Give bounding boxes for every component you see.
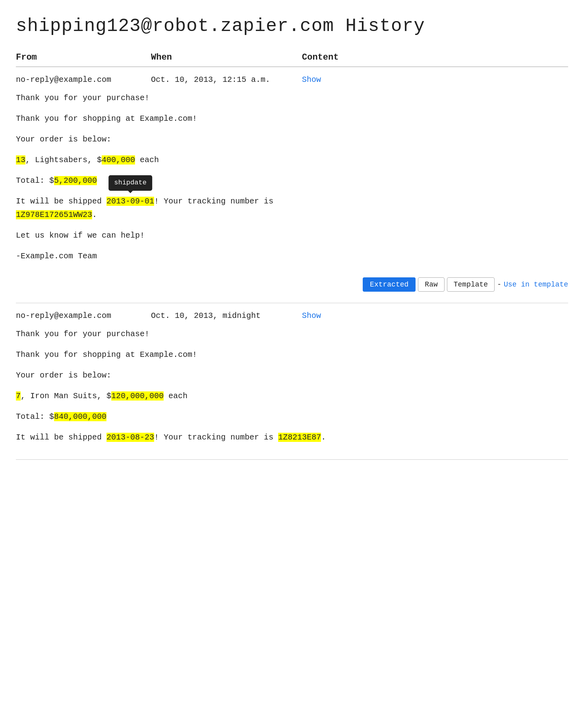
template-button-1[interactable]: Template — [447, 277, 495, 292]
ship-middle-2: ! Your tracking number is — [154, 433, 278, 442]
extracted-button-1[interactable]: Extracted — [363, 277, 416, 292]
shipdate-2: 2013-08-23 — [106, 433, 154, 442]
product-1: , Lightsabers, $ — [25, 155, 102, 165]
raw-button-1[interactable]: Raw — [418, 277, 444, 292]
total-amount-1: 5,200,000 — [54, 176, 97, 185]
body-line-2-1: Thank you for shopping at Example.com! — [16, 348, 568, 362]
email-when-2: Oct. 10, 2013, midnight — [151, 311, 302, 320]
ship-prefix-1: It will be shipped — [16, 197, 106, 206]
order-line-1: 13, Lightsabers, $400,000 each — [16, 153, 568, 167]
ship-suffix-2: . — [321, 433, 326, 442]
email-from-2: no-reply@example.com — [16, 311, 151, 320]
quantity-2: 7 — [16, 391, 21, 401]
body-line-1-2: Your order is below: — [16, 133, 568, 146]
ship-line-2: It will be shipped 2013-08-23! Your trac… — [16, 431, 568, 444]
email-body-1: Thank you for your purchase! Thank you f… — [16, 91, 568, 263]
suffix-2: each — [164, 391, 188, 401]
email-row-2: no-reply@example.com Oct. 10, 2013, midn… — [16, 303, 568, 460]
action-bar-1: Extracted Raw Template - Use in template — [16, 270, 568, 295]
email-meta-1: no-reply@example.com Oct. 10, 2013, 12:1… — [16, 75, 568, 84]
page-title: shipping123@robot.zapier.com History — [16, 16, 568, 37]
ship-prefix-2: It will be shipped — [16, 433, 106, 442]
email-when-1: Oct. 10, 2013, 12:15 a.m. — [151, 75, 302, 84]
ship-suffix-1: . — [92, 210, 97, 219]
closing-1-1: -Example.com Team — [16, 250, 568, 263]
tracking-2: 1Z8213E87 — [278, 433, 321, 442]
closing-1-0: Let us know if we can help! — [16, 229, 568, 242]
price-2: 120,000,000 — [111, 391, 164, 401]
body-line-2-0: Thank you for your purchase! — [16, 327, 568, 341]
email-body-2: Thank you for your purchase! Thank you f… — [16, 327, 568, 444]
total-prefix-2: Total: $ — [16, 412, 54, 421]
quantity-1: 13 — [16, 155, 25, 165]
total-prefix-1: Total: $ — [16, 176, 54, 185]
order-line-2: 7, Iron Man Suits, $120,000,000 each — [16, 389, 568, 403]
email-from-1: no-reply@example.com — [16, 75, 151, 84]
product-2: , Iron Man Suits, $ — [21, 391, 111, 401]
shipdate-wrapper-1: shipdate 2013-09-01 — [106, 195, 154, 208]
col-header-content: Content — [302, 52, 568, 62]
total-line-2: Total: $840,000,000 — [16, 410, 568, 424]
table-header: From When Content — [16, 52, 568, 67]
price-1: 400,000 — [102, 155, 135, 165]
email-content-1: Show — [302, 75, 568, 84]
total-amount-2: 840,000,000 — [54, 412, 106, 421]
email-content-2: Show — [302, 311, 568, 320]
ship-middle-1: ! Your tracking number is — [154, 197, 273, 206]
separator-1: - — [497, 281, 501, 288]
suffix-1: each — [135, 155, 159, 165]
tracking-1: 1Z978E172651WW23 — [16, 210, 92, 219]
body-line-2-2: Your order is below: — [16, 369, 568, 382]
show-link-1[interactable]: Show — [302, 75, 321, 84]
body-line-1-0: Thank you for your purchase! — [16, 91, 568, 105]
email-meta-2: no-reply@example.com Oct. 10, 2013, midn… — [16, 311, 568, 320]
body-line-1-1: Thank you for shopping at Example.com! — [16, 112, 568, 126]
shipdate-1: 2013-09-01 — [106, 197, 154, 206]
ship-line-1: It will be shipped shipdate 2013-09-01 !… — [16, 195, 568, 222]
col-header-when: When — [151, 52, 302, 62]
show-link-2[interactable]: Show — [302, 311, 321, 320]
email-row-1: no-reply@example.com Oct. 10, 2013, 12:1… — [16, 67, 568, 303]
col-header-from: From — [16, 52, 151, 62]
use-in-template-link-1[interactable]: Use in template — [504, 281, 568, 288]
total-line-1: Total: $5,200,000 — [16, 174, 568, 188]
